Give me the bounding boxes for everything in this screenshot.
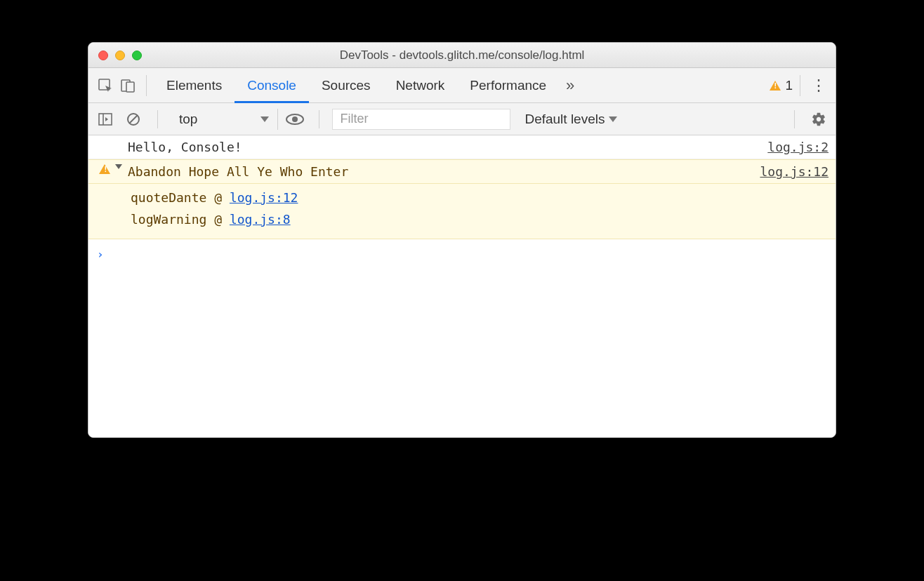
warning-count: 1	[785, 78, 793, 93]
minimize-window-button[interactable]	[115, 51, 125, 60]
devtools-window: DevTools - devtools.glitch.me/console/lo…	[88, 42, 836, 438]
tab-sources[interactable]: Sources	[309, 68, 383, 103]
stack-trace: quoteDante @ log.js:12 logWarning @ log.…	[88, 183, 836, 239]
chevron-down-icon	[609, 116, 617, 122]
svg-point-8	[292, 116, 298, 122]
stack-fn: logWarning	[131, 212, 206, 227]
source-link[interactable]: log.js:12	[760, 164, 829, 179]
console-prompt[interactable]: ›	[88, 239, 836, 268]
stack-fn: quoteDante	[131, 190, 206, 205]
main-tabbar: Elements Console Sources Network Perform…	[88, 68, 836, 103]
kebab-menu-icon[interactable]: ⋮	[807, 74, 830, 97]
prompt-chevron-icon: ›	[97, 248, 104, 261]
console-output: Hello, Console! log.js:2 Abandon Hope Al…	[88, 135, 836, 437]
stack-source-link[interactable]: log.js:8	[230, 212, 291, 227]
stack-frame: quoteDante @ log.js:12	[131, 187, 829, 208]
separator	[146, 75, 147, 96]
more-tabs-icon[interactable]: »	[559, 74, 581, 97]
toggle-sidebar-icon[interactable]	[94, 108, 117, 131]
context-selector[interactable]: top	[171, 109, 278, 130]
warning-icon	[99, 164, 110, 174]
traffic-lights	[88, 51, 142, 60]
stack-frame: logWarning @ log.js:8	[131, 208, 829, 230]
warnings-badge[interactable]: 1	[770, 78, 793, 93]
tab-console[interactable]: Console	[235, 68, 309, 103]
log-row-warning: Abandon Hope All Ye Who Enter log.js:12	[88, 159, 836, 183]
warning-icon	[770, 81, 781, 91]
separator	[157, 110, 158, 128]
tab-performance[interactable]: Performance	[457, 68, 559, 103]
log-message: Hello, Console!	[128, 140, 767, 154]
separator	[319, 110, 319, 128]
clear-console-icon[interactable]	[122, 108, 145, 131]
close-window-button[interactable]	[98, 51, 108, 60]
filter-input[interactable]	[332, 109, 510, 130]
svg-line-6	[130, 115, 138, 123]
svg-rect-2	[126, 82, 134, 92]
gutter	[94, 164, 115, 174]
console-toolbar: top Default levels	[88, 103, 836, 135]
device-toolbar-icon[interactable]	[117, 74, 139, 97]
chevron-down-icon	[260, 116, 269, 122]
settings-gear-icon[interactable]	[807, 108, 830, 131]
chevron-down-icon	[115, 164, 122, 169]
separator	[794, 110, 795, 128]
window-title: DevTools - devtools.glitch.me/console/lo…	[88, 48, 836, 62]
stack-source-link[interactable]: log.js:12	[230, 190, 298, 205]
context-label: top	[179, 112, 197, 127]
expand-toggle[interactable]	[115, 164, 128, 169]
tab-network[interactable]: Network	[383, 68, 458, 103]
log-message: Abandon Hope All Ye Who Enter	[128, 164, 760, 179]
log-levels-selector[interactable]: Default levels	[516, 112, 617, 127]
tab-elements[interactable]: Elements	[154, 68, 235, 103]
inspect-element-icon[interactable]	[94, 74, 117, 97]
live-expression-icon[interactable]	[284, 108, 306, 131]
source-link[interactable]: log.js:2	[767, 140, 829, 154]
maximize-window-button[interactable]	[132, 51, 142, 60]
titlebar: DevTools - devtools.glitch.me/console/lo…	[88, 43, 836, 68]
log-row-info: Hello, Console! log.js:2	[88, 135, 836, 159]
separator	[800, 75, 800, 96]
levels-label: Default levels	[524, 112, 605, 127]
